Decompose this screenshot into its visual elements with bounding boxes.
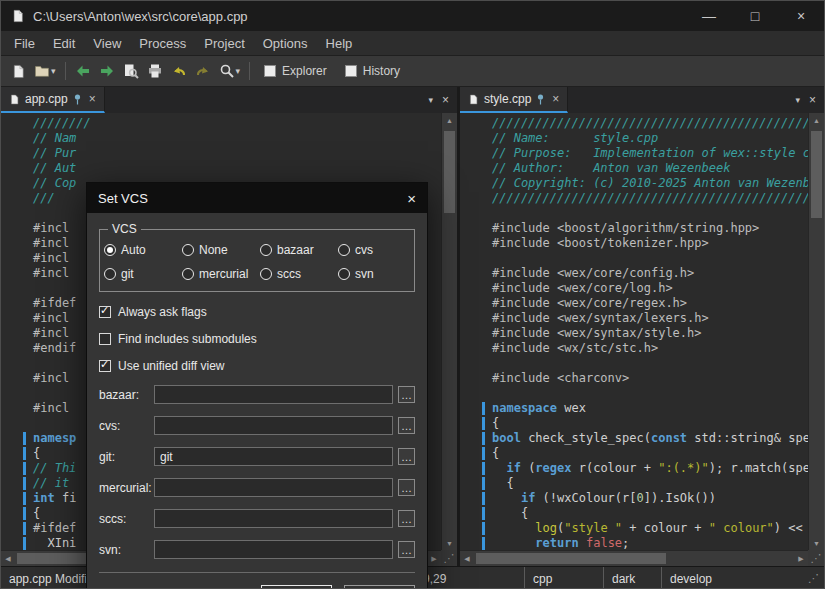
vertical-scrollbar-left[interactable]: ▲ ▼	[441, 113, 457, 550]
mercurial-input[interactable]	[154, 478, 393, 497]
cvs-input[interactable]	[154, 416, 393, 435]
radio-icon[interactable]	[338, 268, 350, 280]
scroll-down-icon[interactable]: ▼	[809, 536, 824, 550]
radio-icon[interactable]	[260, 268, 272, 280]
status-vcs-branch[interactable]: develop ⋰	[661, 567, 824, 589]
checkbox-icon[interactable]	[99, 360, 111, 372]
radio-cvs[interactable]: cvs	[338, 243, 416, 257]
sccs-browse-button[interactable]: …	[398, 510, 415, 527]
menu-project[interactable]: Project	[195, 36, 253, 51]
radio-git[interactable]: git	[104, 267, 182, 281]
scroll-right-icon[interactable]: ▶	[427, 551, 441, 566]
zoom-button[interactable]: ▾	[215, 59, 245, 83]
tab-list-icon[interactable]: ▾	[428, 95, 433, 105]
checkbox-icon[interactable]	[264, 65, 276, 77]
checkbox-icon[interactable]	[99, 306, 111, 318]
pane-resize-grip[interactable]: ⋰	[441, 550, 457, 566]
radio-icon[interactable]	[182, 244, 194, 256]
radio-icon[interactable]	[104, 244, 116, 256]
checkbox-icon[interactable]	[345, 65, 357, 77]
menu-view[interactable]: View	[84, 36, 130, 51]
menu-process[interactable]: Process	[130, 36, 195, 51]
tab-style-cpp[interactable]: style.cpp ×	[460, 87, 568, 113]
code-line: #include <boost/algorithm/string.hpp>	[492, 221, 808, 236]
redo-button[interactable]	[191, 59, 215, 83]
document-icon	[9, 94, 20, 105]
explorer-toggle[interactable]: Explorer	[255, 64, 336, 78]
radio-icon[interactable]	[104, 268, 116, 280]
maximize-button[interactable]: □	[732, 1, 778, 31]
chevron-down-icon[interactable]: ▾	[51, 66, 56, 76]
always-ask-flags-checkbox[interactable]: Always ask flags	[99, 305, 415, 319]
status-theme[interactable]: dark	[603, 567, 661, 589]
use-unified-diff-view-checkbox[interactable]: Use unified diff view	[99, 359, 415, 373]
chevron-down-icon[interactable]: ▾	[236, 66, 241, 76]
code-editor-right[interactable]: ////////////////////////////////////////…	[460, 113, 808, 550]
close-button[interactable]: ×	[778, 1, 824, 31]
scroll-left-icon[interactable]: ◀	[460, 551, 474, 566]
pin-icon[interactable]	[536, 94, 545, 105]
tab-close-icon[interactable]: ×	[89, 92, 96, 106]
pane-resize-grip[interactable]: ⋰	[808, 550, 824, 566]
menu-file[interactable]: File	[5, 36, 44, 51]
git-browse-button[interactable]: …	[398, 448, 415, 465]
scrollbar-thumb[interactable]	[811, 131, 822, 218]
radio-auto[interactable]: Auto	[104, 243, 182, 257]
scroll-down-icon[interactable]: ▼	[442, 536, 457, 550]
status-cursor-position[interactable]: 9,29	[414, 567, 524, 589]
history-toggle[interactable]: History	[336, 64, 409, 78]
window-resize-grip[interactable]: ⋰	[808, 572, 824, 585]
scrollbar-thumb[interactable]	[444, 131, 455, 213]
cvs-browse-button[interactable]: …	[398, 417, 415, 434]
radio-sccs[interactable]: sccs	[260, 267, 338, 281]
open-folder-button[interactable]: ▾	[30, 59, 60, 83]
sccs-field-label: sccs:	[99, 512, 154, 526]
svn-browse-button[interactable]: …	[398, 541, 415, 558]
tab-list-icon[interactable]: ▾	[795, 95, 800, 105]
scroll-up-icon[interactable]: ▲	[809, 113, 824, 127]
code-line: #include <boost/tokenizer.hpp>	[492, 236, 808, 251]
radio-icon[interactable]	[260, 244, 272, 256]
tabbar-close-icon[interactable]: ×	[442, 93, 449, 107]
code-line: ////////////////////////////////////////…	[492, 116, 808, 131]
sccs-input[interactable]	[154, 509, 393, 528]
new-file-button[interactable]	[7, 59, 30, 83]
menu-options[interactable]: Options	[254, 36, 317, 51]
pin-icon[interactable]	[73, 94, 82, 105]
vertical-scrollbar-right[interactable]: ▲ ▼	[808, 113, 824, 550]
checkbox-icon[interactable]	[99, 333, 111, 345]
undo-button[interactable]	[167, 59, 191, 83]
svn-input[interactable]	[154, 540, 393, 559]
minimize-button[interactable]: —	[686, 1, 732, 31]
menu-edit[interactable]: Edit	[44, 36, 84, 51]
radio-icon[interactable]	[182, 268, 194, 280]
radio-icon[interactable]	[338, 244, 350, 256]
dialog-titlebar[interactable]: Set VCS ×	[87, 183, 427, 213]
radio-bazaar[interactable]: bazaar	[260, 243, 338, 257]
scroll-left-icon[interactable]: ◀	[1, 551, 15, 566]
tab-app-cpp[interactable]: app.cpp ×	[1, 87, 105, 113]
find-includes-submodules-checkbox[interactable]: Find includes submodules	[99, 332, 415, 346]
scroll-right-icon[interactable]: ▶	[794, 551, 808, 566]
radio-none[interactable]: None	[182, 243, 260, 257]
horizontal-scrollbar-right[interactable]: ◀ ▶	[460, 550, 808, 566]
radio-mercurial[interactable]: mercurial	[182, 267, 260, 281]
bazaar-input[interactable]	[154, 385, 393, 404]
git-input[interactable]	[154, 447, 393, 466]
tab-close-icon[interactable]: ×	[552, 92, 559, 106]
forward-button[interactable]	[95, 59, 119, 83]
vcs-groupbox: VCS Auto None bazaar cvs git mercurial s…	[99, 229, 415, 292]
scrollbar-thumb[interactable]	[476, 553, 666, 564]
scroll-up-icon[interactable]: ▲	[442, 113, 457, 127]
bazaar-browse-button[interactable]: …	[398, 386, 415, 403]
toolbar: ▾ ▾ Explorer Histor	[1, 56, 824, 87]
tabbar-close-icon[interactable]: ×	[809, 93, 816, 107]
mercurial-browse-button[interactable]: …	[398, 479, 415, 496]
menu-help[interactable]: Help	[317, 36, 362, 51]
print-button[interactable]	[143, 59, 167, 83]
status-lexer[interactable]: cpp	[524, 567, 603, 589]
find-in-files-button[interactable]	[119, 59, 143, 83]
back-button[interactable]	[71, 59, 95, 83]
radio-svn[interactable]: svn	[338, 267, 416, 281]
dialog-close-icon[interactable]: ×	[407, 190, 416, 207]
